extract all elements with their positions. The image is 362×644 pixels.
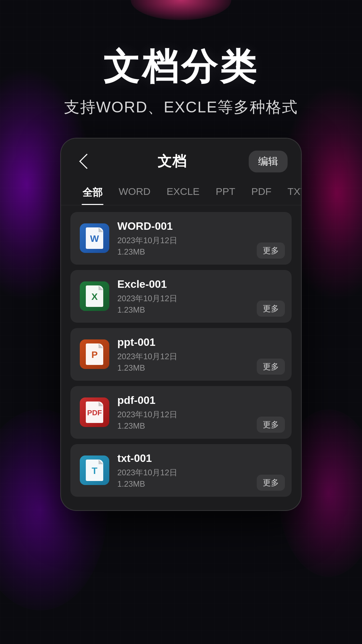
word-more-button[interactable]: 更多 <box>257 243 285 259</box>
edit-button[interactable]: 编辑 <box>249 151 288 172</box>
hero-subtitle: 支持WORD、EXCLE等多种格式 <box>0 97 362 118</box>
header-title: 文档 <box>158 152 187 171</box>
ppt-file-name: ppt-001 <box>117 336 282 348</box>
tab-excle[interactable]: EXCLE <box>159 180 207 205</box>
tab-txt[interactable]: TXT <box>280 180 301 205</box>
excel-file-name: Excle-001 <box>117 278 282 290</box>
txt-more-button[interactable]: 更多 <box>257 475 285 491</box>
txt-file-name: txt-001 <box>117 452 282 465</box>
tab-all[interactable]: 全部 <box>74 180 111 205</box>
excel-file-icon: X <box>80 281 109 311</box>
excel-more-button[interactable]: 更多 <box>257 301 285 317</box>
card-header: 文档 编辑 <box>61 139 301 180</box>
word-file-icon: W <box>80 223 109 253</box>
file-item-ppt[interactable]: P ppt-001 2023年10月12日 1.23MB 更多 <box>70 328 292 381</box>
tab-ppt[interactable]: PPT <box>207 180 243 205</box>
ppt-more-button[interactable]: 更多 <box>257 359 285 375</box>
pdf-file-name: pdf-001 <box>117 394 282 407</box>
file-item-pdf[interactable]: PDF pdf-001 2023年10月12日 1.23MB 更多 <box>70 386 292 439</box>
hero-section: 文档分类 支持WORD、EXCLE等多种格式 <box>0 0 362 118</box>
tab-word[interactable]: WORD <box>111 180 159 205</box>
txt-file-icon: T <box>80 455 109 485</box>
back-button[interactable] <box>74 151 96 172</box>
hero-title: 文档分类 <box>0 47 362 87</box>
file-item-txt[interactable]: T txt-001 2023年10月12日 1.23MB 更多 <box>70 444 292 497</box>
phone-card: 文档 编辑 全部 WORD EXCLE PPT PDF TXT W WORD-0… <box>60 138 302 511</box>
back-arrow-icon <box>79 154 94 169</box>
word-file-name: WORD-001 <box>117 220 282 232</box>
ppt-file-icon: P <box>80 339 109 369</box>
pdf-file-icon: PDF <box>80 397 109 427</box>
tab-pdf[interactable]: PDF <box>243 180 280 205</box>
file-item-excel[interactable]: X Excle-001 2023年10月12日 1.23MB 更多 <box>70 270 292 323</box>
file-item-word[interactable]: W WORD-001 2023年10月12日 1.23MB 更多 <box>70 212 292 265</box>
tab-bar: 全部 WORD EXCLE PPT PDF TXT <box>61 180 301 205</box>
pdf-more-button[interactable]: 更多 <box>257 417 285 433</box>
file-list: W WORD-001 2023年10月12日 1.23MB 更多 X Excle… <box>61 212 301 497</box>
